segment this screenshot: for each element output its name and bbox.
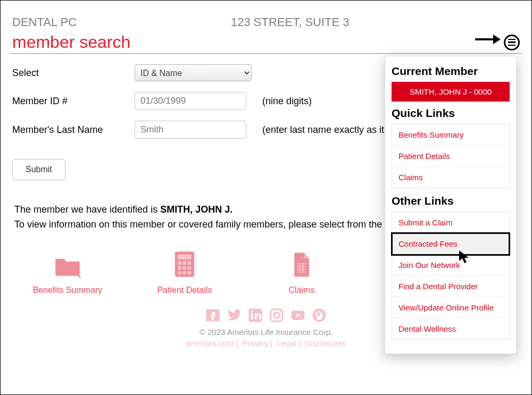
practice-name: DENTAL PC bbox=[10, 15, 77, 29]
svg-rect-12 bbox=[178, 271, 181, 274]
hint-last-name: (enter last name exactly as it a bbox=[252, 124, 392, 136]
label-member-id: Member ID # bbox=[12, 96, 135, 107]
other-link-view-update-profile[interactable]: View/Update Online Profile bbox=[392, 297, 509, 318]
member-badge[interactable]: SMITH, JOHN J - 0000 bbox=[392, 82, 510, 102]
svg-rect-24 bbox=[271, 309, 283, 322]
header-row: DENTAL PC 123 STREET, SUITE 3 bbox=[10, 10, 522, 29]
result-prefix: The member we have identified is bbox=[14, 204, 160, 215]
hint-member-id: (nine digits) bbox=[252, 96, 312, 107]
svg-point-26 bbox=[279, 311, 281, 313]
panel-quick-h: Quick Links bbox=[392, 107, 510, 120]
other-link-contracted-fees-label: Contracted Fees bbox=[398, 239, 458, 248]
svg-point-25 bbox=[274, 313, 280, 318]
label-select: Select bbox=[12, 68, 135, 79]
card-patient-label: Patient Details bbox=[147, 285, 222, 295]
app-inner: DENTAL PC 123 STREET, SUITE 3 member sea… bbox=[10, 10, 522, 385]
facebook-icon[interactable] bbox=[205, 307, 221, 323]
other-link-contracted-fees[interactable]: Contracted Fees bbox=[392, 233, 509, 255]
card-patient-details[interactable]: Patient Details bbox=[147, 248, 222, 295]
svg-rect-8 bbox=[187, 261, 190, 264]
other-link-submit-claim[interactable]: Submit a Claim bbox=[392, 212, 509, 233]
quick-link-patient[interactable]: Patient Details bbox=[392, 146, 509, 167]
arrow-right-icon bbox=[474, 33, 501, 45]
footer-link-legal[interactable]: Legal bbox=[277, 339, 297, 348]
footer-link-site[interactable]: ameritas.com bbox=[186, 339, 234, 348]
document-icon bbox=[264, 248, 339, 278]
submit-button[interactable]: Submit bbox=[12, 159, 65, 180]
title-row: member search bbox=[10, 29, 522, 54]
svg-rect-22 bbox=[251, 313, 253, 319]
other-link-find-provider[interactable]: Find a Dental Provider bbox=[392, 276, 509, 297]
card-claims[interactable]: Claims bbox=[264, 248, 339, 295]
svg-marker-1 bbox=[493, 35, 501, 44]
menu-icon[interactable] bbox=[504, 35, 520, 51]
svg-rect-13 bbox=[182, 271, 186, 274]
svg-rect-7 bbox=[182, 261, 186, 264]
footer-link-disclosures[interactable]: Disclosures bbox=[305, 339, 346, 348]
label-last-name: Member's Last Name bbox=[12, 124, 135, 136]
svg-rect-11 bbox=[187, 266, 190, 269]
svg-rect-10 bbox=[182, 266, 186, 269]
quick-link-claims[interactable]: Claims bbox=[392, 167, 509, 188]
youtube-icon[interactable] bbox=[290, 307, 306, 323]
card-claims-label: Claims bbox=[264, 285, 339, 295]
other-links-list: Submit a Claim Contracted Fees Join Our … bbox=[392, 212, 510, 340]
panel-other-h: Other Links bbox=[392, 195, 510, 207]
linkedin-icon[interactable] bbox=[247, 307, 263, 323]
side-panel: Current Member SMITH, JOHN J - 0000 Quic… bbox=[385, 56, 517, 354]
practice-address: 123 STREET, SUITE 3 bbox=[231, 15, 350, 29]
page-title: member search bbox=[10, 32, 130, 52]
folder-search-icon bbox=[30, 248, 105, 278]
twitter-icon[interactable] bbox=[226, 307, 242, 323]
svg-point-29 bbox=[313, 309, 326, 322]
panel-current-member-h: Current Member bbox=[392, 65, 510, 78]
svg-point-23 bbox=[251, 310, 253, 313]
input-last-name[interactable] bbox=[135, 121, 246, 139]
select-id-name[interactable]: ID & Name bbox=[135, 64, 252, 81]
footer-link-privacy[interactable]: Privacy bbox=[242, 339, 268, 348]
instagram-icon[interactable] bbox=[269, 307, 285, 323]
other-link-dental-wellness[interactable]: Dental Wellness bbox=[392, 318, 509, 339]
card-benefits-summary[interactable]: Benefits Summary bbox=[30, 248, 105, 295]
pinterest-icon[interactable] bbox=[311, 307, 327, 323]
other-link-join-network[interactable]: Join Our Network bbox=[392, 255, 509, 276]
card-benefits-label: Benefits Summary bbox=[30, 285, 105, 295]
result-member-name: SMITH, JOHN J. bbox=[160, 204, 232, 215]
svg-rect-6 bbox=[178, 261, 181, 264]
calculator-icon bbox=[147, 248, 222, 278]
quick-link-benefits[interactable]: Benefits Summary bbox=[392, 124, 509, 146]
app-window: DENTAL PC 123 STREET, SUITE 3 member sea… bbox=[0, 0, 532, 395]
quick-links-list: Benefits Summary Patient Details Claims bbox=[392, 124, 510, 188]
svg-rect-9 bbox=[178, 266, 181, 269]
svg-rect-14 bbox=[187, 271, 190, 274]
input-member-id[interactable] bbox=[135, 92, 246, 110]
svg-rect-5 bbox=[178, 255, 191, 259]
